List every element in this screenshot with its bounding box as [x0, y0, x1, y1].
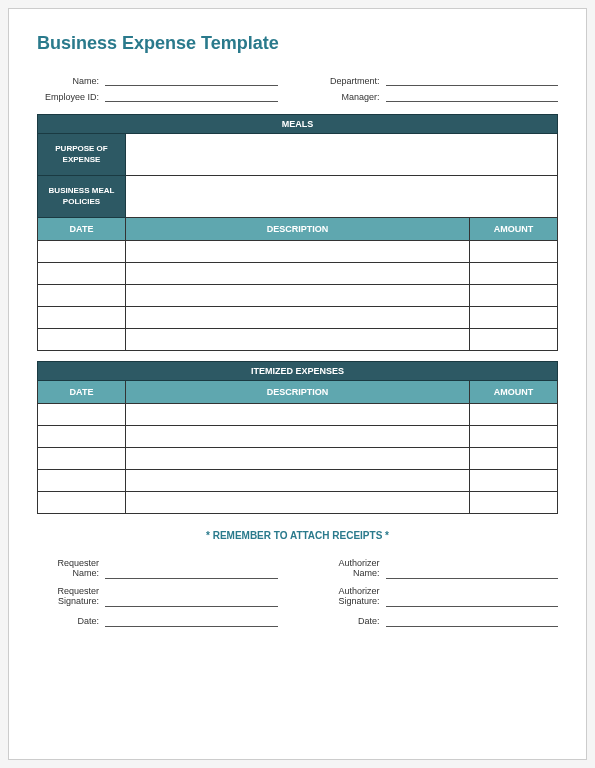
- authorizer-signature-line[interactable]: [386, 595, 559, 607]
- table-row: [38, 329, 558, 351]
- requester-date-line[interactable]: [105, 615, 278, 627]
- itemized-date-cell[interactable]: [38, 448, 126, 470]
- authorizer-name-row: Authorizer Name:: [318, 559, 559, 579]
- meals-date-cell[interactable]: [38, 329, 126, 351]
- meals-date-header: DATE: [38, 218, 126, 241]
- table-row: [38, 470, 558, 492]
- meals-amount-cell[interactable]: [470, 329, 558, 351]
- authorizer-name-line[interactable]: [386, 567, 559, 579]
- meals-section-header: MEALS: [38, 115, 558, 134]
- requester-signature-label: Requester Signature:: [37, 587, 99, 607]
- meals-desc-cell[interactable]: [126, 307, 470, 329]
- requester-date-label: Date:: [37, 617, 99, 627]
- meals-desc-cell[interactable]: [126, 285, 470, 307]
- page-title: Business Expense Template: [37, 33, 558, 54]
- itemized-amount-cell[interactable]: [470, 470, 558, 492]
- requester-name-row: Requester Name:: [37, 559, 278, 579]
- name-label: Name:: [37, 76, 99, 86]
- table-row: [38, 492, 558, 514]
- requester-name-line[interactable]: [105, 567, 278, 579]
- itemized-amount-header: AMOUNT: [470, 381, 558, 404]
- expense-template-page: Business Expense Template Name: Employee…: [8, 8, 587, 760]
- itemized-amount-cell[interactable]: [470, 448, 558, 470]
- itemized-amount-cell[interactable]: [470, 404, 558, 426]
- table-row: [38, 404, 558, 426]
- requester-name-label: Requester Name:: [37, 559, 99, 579]
- table-row: [38, 307, 558, 329]
- header-col-left: Name: Employee ID:: [37, 74, 278, 102]
- table-row: [38, 263, 558, 285]
- policies-input[interactable]: [126, 176, 558, 218]
- itemized-table: ITEMIZED EXPENSES DATE DESCRIPTION AMOUN…: [37, 361, 558, 514]
- meals-date-cell[interactable]: [38, 263, 126, 285]
- table-row: [38, 285, 558, 307]
- meals-date-cell[interactable]: [38, 285, 126, 307]
- manager-input-line[interactable]: [386, 90, 559, 102]
- meals-desc-cell[interactable]: [126, 241, 470, 263]
- authorizer-signature-label: Authorizer Signature:: [318, 587, 380, 607]
- itemized-date-cell[interactable]: [38, 492, 126, 514]
- signature-section: Requester Name: Requester Signature: Dat…: [37, 559, 558, 627]
- meals-amount-header: AMOUNT: [470, 218, 558, 241]
- authorizer-date-row: Date:: [318, 615, 559, 627]
- purpose-input[interactable]: [126, 134, 558, 176]
- requester-col: Requester Name: Requester Signature: Dat…: [37, 559, 278, 627]
- itemized-desc-cell[interactable]: [126, 426, 470, 448]
- meals-desc-cell[interactable]: [126, 329, 470, 351]
- authorizer-signature-row: Authorizer Signature:: [318, 587, 559, 607]
- meals-amount-cell[interactable]: [470, 263, 558, 285]
- itemized-desc-cell[interactable]: [126, 404, 470, 426]
- field-employee-id: Employee ID:: [37, 90, 278, 102]
- employee-id-label: Employee ID:: [37, 92, 99, 102]
- table-row: [38, 448, 558, 470]
- meals-amount-cell[interactable]: [470, 241, 558, 263]
- authorizer-date-line[interactable]: [386, 615, 559, 627]
- manager-label: Manager:: [318, 92, 380, 102]
- header-col-right: Department: Manager:: [318, 74, 559, 102]
- name-input-line[interactable]: [105, 74, 278, 86]
- itemized-desc-cell[interactable]: [126, 448, 470, 470]
- itemized-amount-cell[interactable]: [470, 492, 558, 514]
- purpose-header: PURPOSE OF EXPENSE: [38, 134, 126, 176]
- field-department: Department:: [318, 74, 559, 86]
- meals-date-cell[interactable]: [38, 241, 126, 263]
- itemized-desc-cell[interactable]: [126, 492, 470, 514]
- itemized-date-cell[interactable]: [38, 470, 126, 492]
- header-fields: Name: Employee ID: Department: Manager:: [37, 74, 558, 102]
- authorizer-col: Authorizer Name: Authorizer Signature: D…: [318, 559, 559, 627]
- meals-amount-cell[interactable]: [470, 307, 558, 329]
- itemized-desc-cell[interactable]: [126, 470, 470, 492]
- reminder-text: * REMEMBER TO ATTACH RECEIPTS *: [37, 530, 558, 541]
- requester-signature-row: Requester Signature:: [37, 587, 278, 607]
- policies-header: BUSINESS MEAL POLICIES: [38, 176, 126, 218]
- table-row: [38, 241, 558, 263]
- requester-date-row: Date:: [37, 615, 278, 627]
- itemized-date-header: DATE: [38, 381, 126, 404]
- itemized-date-cell[interactable]: [38, 404, 126, 426]
- table-row: [38, 426, 558, 448]
- itemized-date-cell[interactable]: [38, 426, 126, 448]
- employee-id-input-line[interactable]: [105, 90, 278, 102]
- field-manager: Manager:: [318, 90, 559, 102]
- requester-signature-line[interactable]: [105, 595, 278, 607]
- department-input-line[interactable]: [386, 74, 559, 86]
- meals-desc-cell[interactable]: [126, 263, 470, 285]
- meals-table: MEALS PURPOSE OF EXPENSE BUSINESS MEAL P…: [37, 114, 558, 351]
- meals-date-cell[interactable]: [38, 307, 126, 329]
- itemized-section-header: ITEMIZED EXPENSES: [38, 362, 558, 381]
- authorizer-name-label: Authorizer Name:: [318, 559, 380, 579]
- itemized-description-header: DESCRIPTION: [126, 381, 470, 404]
- department-label: Department:: [318, 76, 380, 86]
- meals-description-header: DESCRIPTION: [126, 218, 470, 241]
- field-name: Name:: [37, 74, 278, 86]
- meals-amount-cell[interactable]: [470, 285, 558, 307]
- itemized-amount-cell[interactable]: [470, 426, 558, 448]
- authorizer-date-label: Date:: [318, 617, 380, 627]
